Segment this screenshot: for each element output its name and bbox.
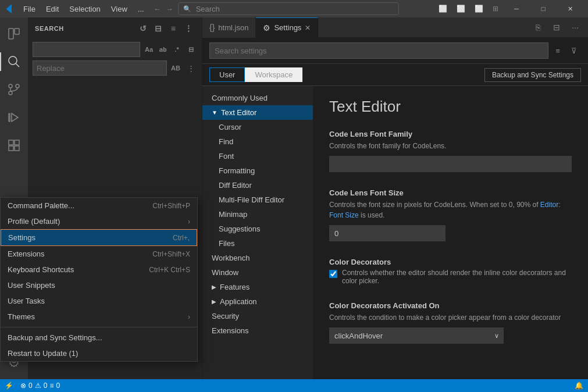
maximize-button[interactable]: □ [530,0,557,17]
editor-layout-button[interactable]: ⊟ [548,19,565,35]
color-decorators-checkbox[interactable] [329,270,337,278]
collapse-all-button[interactable]: ≡ [167,22,180,35]
activity-search[interactable] [0,48,28,76]
app-logo [5,4,14,13]
tab-settings-label: Settings [274,23,301,32]
preserve-case-button[interactable]: AB [169,62,182,74]
color-decorators-checkbox-label: Controls whether the editor should rende… [342,269,572,285]
notification-bell-icon[interactable]: 🔔 [575,382,583,390]
nav-formatting[interactable]: Formatting [202,163,313,178]
close-button[interactable]: ✕ [557,0,583,17]
activity-explorer[interactable] [0,20,28,48]
activity-source-control[interactable] [0,76,28,104]
workspace-tab[interactable]: Workspace [245,67,302,82]
settings-topbar: User Workspace Backup and Sync Settings [202,64,588,86]
nav-security[interactable]: Security [202,309,313,323]
clear-results-button[interactable]: ⊟ [152,22,165,35]
menu-restart-update[interactable]: Restart to Update (1) [1,345,197,361]
color-decorators-select[interactable]: clickAndHover click hover [329,327,504,344]
status-errors[interactable]: ⊗ 0 ⚠ 0 ≡ 0 [20,382,60,390]
menu-backup-sync[interactable]: Backup and Sync Settings... [1,330,197,345]
warning-count: 0 [44,382,48,390]
color-decorators-label: Color Decorators [329,258,572,266]
color-decorators-activated-on-label: Color Decorators Activated On [329,301,572,310]
settings-funnel-button[interactable]: ⊽ [567,44,581,58]
menu-view[interactable]: View [106,3,132,15]
tab-actions: ⎘ ⊟ ··· [525,19,588,35]
menu-keyboard-shortcuts[interactable]: Keyboard Shortcuts Ctrl+K Ctrl+S [1,262,197,277]
status-remote[interactable]: ⚡ [5,382,13,390]
status-bar: ⚡ ⊗ 0 ⚠ 0 ≡ 0 🔔 [0,379,588,392]
content-area: {} html.json ⚙ Settings ✕ ⎘ ⊟ ··· ≡ ⊽ [202,17,588,379]
settings-search-input[interactable] [209,42,548,59]
nav-application[interactable]: ▶ Application [202,294,313,309]
nav-cursor[interactable]: Cursor [202,120,313,134]
nav-font[interactable]: Font [202,149,313,163]
menu-file[interactable]: File [19,3,40,15]
codelens-font-family-input[interactable] [329,156,572,172]
menu-settings[interactable]: Settings Ctrl+, [1,229,197,246]
replace-input[interactable] [33,60,167,76]
menu-profile[interactable]: Profile (Default) › [1,213,197,229]
use-regex-button[interactable]: .* [170,43,183,56]
nav-find[interactable]: Find [202,134,313,149]
activity-run[interactable] [0,104,28,131]
settings-shortcut: Ctrl+, [173,234,190,242]
nav-text-editor-chevron: ▼ [212,109,218,116]
svg-point-6 [9,91,12,95]
codelens-font-size-input[interactable] [329,225,446,241]
replace-more-button[interactable]: ⋮ [184,62,197,74]
nav-workbench[interactable]: Workbench [202,251,313,265]
themes-arrow-icon: › [188,313,190,321]
match-case-button[interactable]: Aa [142,43,155,56]
nav-features[interactable]: ▶ Features [202,280,313,294]
menu-themes[interactable]: Themes › [1,309,197,325]
backup-sync-label: Backup and Sync Settings... [8,333,190,342]
tab-settings[interactable]: ⚙ Settings ✕ [256,17,318,38]
minimize-button[interactable]: ─ [503,0,530,17]
codelens-font-size-desc: Controls the font size in pixels for Cod… [329,199,572,220]
user-tab[interactable]: User [209,67,245,82]
settings-filter-button[interactable]: ≡ [551,44,565,58]
nav-diff-editor[interactable]: Diff Editor [202,178,313,193]
tab-html-json[interactable]: {} html.json [202,17,256,38]
menu-more[interactable]: ... [133,3,149,15]
nav-window[interactable]: Window [202,265,313,280]
split-editor-button[interactable]: ⎘ [530,19,546,35]
menu-user-snippets[interactable]: User Snippets [1,277,197,293]
command-palette-label: Command Palette... [8,201,148,210]
profile-arrow-icon: › [188,218,190,226]
setting-codelens-font-size: Code Lens Font Size Controls the font si… [329,188,572,241]
svg-rect-0 [9,28,13,39]
activity-extensions[interactable] [0,131,28,159]
tab-more-button[interactable]: ··· [567,19,583,35]
search-input[interactable] [33,42,140,57]
menu-command-palette[interactable]: Command Palette... Ctrl+Shift+P [1,198,197,213]
nav-commonly-used[interactable]: Commonly Used [202,91,313,105]
nav-files[interactable]: Files [202,236,313,251]
nav-text-editor[interactable]: ▼ Text Editor [202,105,313,120]
nav-multi-file-diff-editor[interactable]: Multi-File Diff Editor [202,193,313,207]
error-count: 0 [28,382,33,390]
more-search-options[interactable]: ⊟ [184,43,197,56]
menu-extensions[interactable]: Extensions Ctrl+Shift+X [1,246,197,262]
global-search-bar[interactable]: 🔍 Search [178,2,399,15]
show-more-button[interactable]: ⋮ [182,22,195,35]
setting-codelens-font-family: Code Lens Font Family Controls the font … [329,130,572,172]
nav-suggestions[interactable]: Suggestions [202,222,313,236]
tab-settings-close[interactable]: ✕ [305,24,311,32]
svg-line-3 [16,63,19,67]
svg-point-5 [16,84,19,88]
refresh-button[interactable]: ↺ [137,22,149,35]
menu-user-tasks[interactable]: User Tasks [1,293,197,309]
menu-selection[interactable]: Selection [65,3,105,15]
settings-label: Settings [8,233,168,242]
nav-minimap[interactable]: Minimap [202,207,313,222]
match-word-button[interactable]: ab [156,43,169,56]
nav-extensions[interactable]: Extensions [202,323,313,338]
backup-sync-button[interactable]: Backup and Sync Settings [484,68,581,82]
window-buttons: ─ □ ✕ [503,0,583,17]
keyboard-shortcuts-shortcut: Ctrl+K Ctrl+S [149,266,190,274]
codelens-font-size-label: Code Lens Font Size [329,188,572,197]
menu-edit[interactable]: Edit [41,3,63,15]
